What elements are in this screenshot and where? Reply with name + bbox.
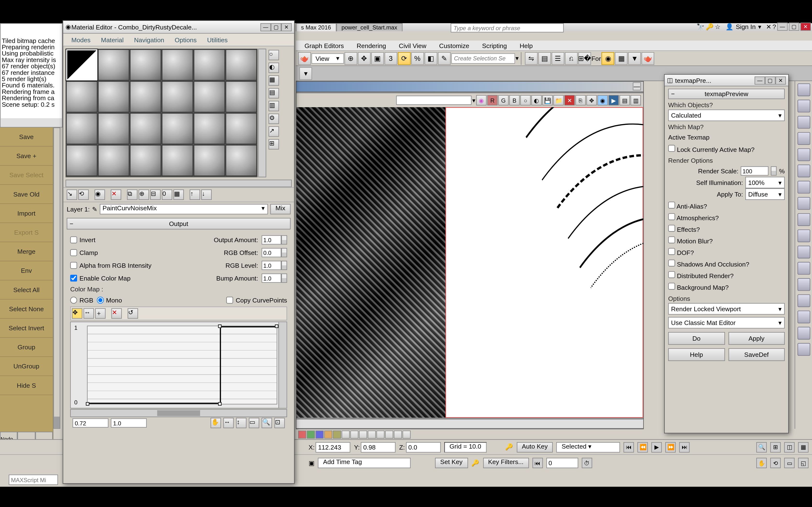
me-make-copy-icon[interactable]: ⧉: [127, 189, 138, 200]
help-icon[interactable]: ?: [773, 23, 776, 30]
spinner-icon[interactable]: [281, 235, 287, 244]
vp-copy-icon[interactable]: ⎘: [575, 95, 586, 106]
me-put-mat-icon[interactable]: ⟲: [78, 189, 89, 200]
vp-circle2-icon[interactable]: ◐: [531, 95, 542, 106]
material-slot[interactable]: [162, 145, 193, 176]
auto-key-button[interactable]: Auto Key: [517, 442, 553, 452]
rgb-level-input[interactable]: [261, 261, 281, 270]
vp-dropdown[interactable]: [396, 96, 471, 105]
anim-start-icon[interactable]: ⏮: [624, 442, 634, 452]
cmd-group[interactable]: Group: [0, 338, 53, 357]
cv-move-icon[interactable]: ✥: [72, 308, 83, 319]
cp-target-icon[interactable]: [797, 311, 810, 323]
me-close[interactable]: ✕: [281, 23, 292, 31]
material-slot[interactable]: [226, 49, 257, 80]
bg-map-checkbox[interactable]: Background Map?: [668, 283, 729, 291]
bs-4[interactable]: [324, 430, 333, 439]
cv-reset-icon[interactable]: ↺: [128, 308, 138, 319]
cmd-select-invert[interactable]: Select Invert: [0, 319, 53, 338]
material-slot[interactable]: [98, 81, 130, 113]
cv-zoom-region-icon[interactable]: ⊡: [274, 418, 285, 428]
tb-schematic-icon[interactable]: ⊞�: [578, 52, 591, 65]
material-slot[interactable]: [162, 113, 193, 145]
cp-circle-icon[interactable]: [797, 278, 810, 291]
tb-angle-snap-icon[interactable]: ⟳: [398, 52, 411, 65]
me-uv-icon[interactable]: ▤: [268, 88, 279, 99]
window-minimize[interactable]: —: [777, 23, 788, 31]
tb-spinner-snap-icon[interactable]: ◧: [424, 52, 437, 65]
infocenter-search[interactable]: [451, 23, 564, 32]
viewport-canvas[interactable]: ↖: [296, 107, 643, 418]
cmd-save-select[interactable]: Save Select: [0, 166, 53, 185]
vp-delete-icon[interactable]: ✕: [564, 95, 575, 106]
vp-world-icon[interactable]: ◉: [476, 95, 487, 106]
material-slot[interactable]: [226, 81, 257, 113]
menu-rendering[interactable]: Rendering: [351, 42, 391, 50]
bs-13[interactable]: [403, 430, 411, 439]
savedef-button[interactable]: SaveDef: [728, 348, 785, 361]
infocenter-star-icon[interactable]: ☆: [715, 23, 721, 31]
viewport-hscroll[interactable]: [296, 419, 643, 428]
motion-blur-checkbox[interactable]: Motion Blur?: [668, 236, 713, 244]
material-slot[interactable]: [130, 113, 161, 145]
cmd-ungroup[interactable]: UnGroup: [0, 357, 53, 376]
material-type-button[interactable]: Mix: [270, 204, 291, 214]
curve-hscroll[interactable]: [70, 409, 287, 417]
render-scale-input[interactable]: [741, 166, 768, 175]
cp-grid-icon[interactable]: [797, 197, 810, 210]
clamp-checkbox[interactable]: Clamp: [70, 249, 98, 256]
vp-zoom-all-icon[interactable]: ⊞: [770, 442, 780, 452]
selection-set-dropdown[interactable]: [451, 53, 515, 63]
material-slot[interactable]: [66, 81, 98, 113]
help-button[interactable]: Help: [668, 348, 725, 361]
me-go-parent-icon[interactable]: ↑: [190, 189, 200, 200]
editor-mode-dropdown[interactable]: Use Classic Mat Editor▾: [668, 317, 785, 329]
vp-save-icon[interactable]: 💾: [542, 95, 553, 106]
set-key-button[interactable]: Set Key: [435, 458, 468, 468]
add-time-tag[interactable]: Add Time Tag: [318, 458, 411, 468]
vp-zoom-ext-icon[interactable]: ▦: [798, 442, 808, 452]
time-config-icon[interactable]: ⏱: [581, 458, 592, 468]
me-select-icon[interactable]: ↗: [268, 126, 279, 137]
tm-rollup-header[interactable]: −texmapPreview: [668, 89, 785, 99]
lock-map-checkbox[interactable]: Lock Currently Active Map?: [668, 145, 755, 153]
vp-circle1-icon[interactable]: ○: [520, 95, 531, 106]
cmd-save-old[interactable]: Save Old: [0, 185, 53, 204]
dof-checkbox[interactable]: DOF?: [668, 248, 694, 256]
apply-to-dropdown[interactable]: Diffuse▾: [745, 188, 785, 200]
shadows-checkbox[interactable]: Shadows And Occlusion?: [668, 260, 749, 268]
alpha-rgb-checkbox[interactable]: Alpha from RGB Intensity: [70, 262, 151, 269]
curve-y-input[interactable]: [111, 418, 147, 428]
tb-pivot-icon[interactable]: ⊕: [344, 52, 357, 65]
me-bg-icon[interactable]: ▦: [268, 75, 279, 86]
curve-point[interactable]: [218, 325, 221, 328]
vp-orbit-icon[interactable]: ⟲: [770, 458, 780, 468]
viewport-minimize-icon[interactable]: —: [633, 82, 641, 91]
cp-teapot-icon[interactable]: [797, 229, 810, 242]
me-video-icon[interactable]: ▥: [268, 101, 279, 111]
tb-percent-snap-icon[interactable]: %: [411, 52, 424, 65]
mono-radio[interactable]: Mono: [97, 297, 122, 304]
vp-b-icon[interactable]: B: [509, 95, 520, 106]
me-delete-icon[interactable]: ✕: [111, 189, 121, 200]
cv-pan-icon[interactable]: ✋: [210, 418, 221, 428]
enable-colormap-checkbox[interactable]: Enable Color Map: [70, 275, 131, 282]
material-slot[interactable]: [66, 145, 98, 176]
infocenter-binoculars-icon[interactable]: 🔭: [697, 23, 705, 31]
cv-move-h-icon[interactable]: ↔: [84, 308, 94, 319]
vp-region-icon[interactable]: ✥: [586, 95, 597, 106]
effects-checkbox[interactable]: Effects?: [668, 225, 700, 233]
distributed-checkbox[interactable]: Distributed Render?: [668, 271, 734, 279]
tb-layers-icon[interactable]: ☰: [552, 52, 564, 65]
me-matid-icon[interactable]: 0: [162, 189, 172, 200]
bs-10[interactable]: [376, 430, 385, 439]
tb-move-icon[interactable]: ✥: [358, 52, 370, 65]
slot-vscroll[interactable]: [258, 49, 266, 177]
me-matlib-icon[interactable]: ⊞: [268, 139, 279, 150]
material-slot[interactable]: [98, 113, 130, 145]
tb-constrain-icon[interactable]: ▣: [371, 52, 384, 65]
exchange-icon[interactable]: ✕: [766, 23, 771, 31]
material-name-dropdown[interactable]: PaintCurvNoiseMix▾: [100, 204, 268, 214]
bs-11[interactable]: [385, 430, 394, 439]
window-maximize[interactable]: ▢: [789, 23, 799, 31]
